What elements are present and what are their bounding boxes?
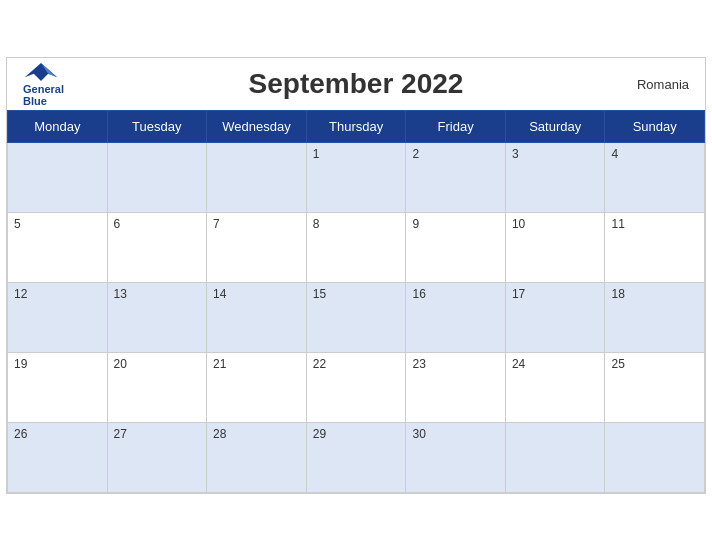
- day-number: 11: [611, 217, 624, 231]
- day-number: 29: [313, 427, 326, 441]
- day-number: 25: [611, 357, 624, 371]
- day-number: 4: [611, 147, 618, 161]
- calendar-header: General Blue September 2022 Romania: [7, 58, 705, 110]
- calendar-day-cell: 6: [107, 212, 207, 282]
- header-thursday: Thursday: [306, 110, 406, 142]
- header-monday: Monday: [8, 110, 108, 142]
- calendar-week-row: 12131415161718: [8, 282, 705, 352]
- calendar-day-cell: 12: [8, 282, 108, 352]
- calendar-day-cell: 18: [605, 282, 705, 352]
- day-number: 13: [114, 287, 127, 301]
- calendar-day-cell: 3: [505, 142, 605, 212]
- day-number: 20: [114, 357, 127, 371]
- calendar-day-cell: 13: [107, 282, 207, 352]
- calendar-day-cell: 7: [207, 212, 307, 282]
- day-number: 19: [14, 357, 27, 371]
- calendar-day-cell: 1: [306, 142, 406, 212]
- day-number: 21: [213, 357, 226, 371]
- calendar-day-cell: 25: [605, 352, 705, 422]
- calendar-day-cell: 11: [605, 212, 705, 282]
- logo: General Blue: [23, 60, 64, 106]
- header-friday: Friday: [406, 110, 505, 142]
- logo-text-general: General: [23, 82, 64, 94]
- day-number: 9: [412, 217, 419, 231]
- calendar-day-cell: 2: [406, 142, 505, 212]
- day-number: 22: [313, 357, 326, 371]
- day-number: 6: [114, 217, 121, 231]
- calendar-day-cell: 4: [605, 142, 705, 212]
- calendar-day-cell: 14: [207, 282, 307, 352]
- calendar-day-cell: 8: [306, 212, 406, 282]
- day-number: 5: [14, 217, 21, 231]
- calendar-week-row: 19202122232425: [8, 352, 705, 422]
- calendar-day-cell: [605, 422, 705, 492]
- calendar-day-cell: 27: [107, 422, 207, 492]
- header-sunday: Sunday: [605, 110, 705, 142]
- logo-text-blue: Blue: [23, 95, 47, 107]
- day-number: 17: [512, 287, 525, 301]
- calendar-day-cell: 9: [406, 212, 505, 282]
- calendar-day-cell: 26: [8, 422, 108, 492]
- calendar-day-cell: 19: [8, 352, 108, 422]
- calendar-title: September 2022: [249, 68, 464, 100]
- calendar-day-cell: 20: [107, 352, 207, 422]
- day-number: 1: [313, 147, 320, 161]
- day-number: 18: [611, 287, 624, 301]
- calendar-day-cell: 22: [306, 352, 406, 422]
- day-number: 10: [512, 217, 525, 231]
- calendar-day-cell: [207, 142, 307, 212]
- calendar-day-cell: 28: [207, 422, 307, 492]
- day-number: 24: [512, 357, 525, 371]
- calendar-week-row: 2627282930: [8, 422, 705, 492]
- calendar-day-cell: 29: [306, 422, 406, 492]
- svg-marker-0: [25, 62, 57, 80]
- day-number: 30: [412, 427, 425, 441]
- day-number: 2: [412, 147, 419, 161]
- day-number: 8: [313, 217, 320, 231]
- day-number: 14: [213, 287, 226, 301]
- day-number: 7: [213, 217, 220, 231]
- calendar-week-row: 567891011: [8, 212, 705, 282]
- calendar-day-cell: 21: [207, 352, 307, 422]
- calendar-day-cell: 15: [306, 282, 406, 352]
- header-saturday: Saturday: [505, 110, 605, 142]
- calendar-week-row: 1234: [8, 142, 705, 212]
- day-number: 26: [14, 427, 27, 441]
- calendar-day-cell: [107, 142, 207, 212]
- calendar-day-cell: 17: [505, 282, 605, 352]
- calendar-day-cell: [8, 142, 108, 212]
- header-wednesday: Wednesday: [207, 110, 307, 142]
- weekday-header-row: Monday Tuesday Wednesday Thursday Friday…: [8, 110, 705, 142]
- calendar-container: General Blue September 2022 Romania Mond…: [6, 57, 706, 494]
- day-number: 28: [213, 427, 226, 441]
- calendar-day-cell: 16: [406, 282, 505, 352]
- country-label: Romania: [637, 76, 689, 91]
- calendar-day-cell: [505, 422, 605, 492]
- calendar-day-cell: 30: [406, 422, 505, 492]
- header-tuesday: Tuesday: [107, 110, 207, 142]
- calendar-day-cell: 5: [8, 212, 108, 282]
- calendar-day-cell: 23: [406, 352, 505, 422]
- day-number: 3: [512, 147, 519, 161]
- day-number: 23: [412, 357, 425, 371]
- day-number: 16: [412, 287, 425, 301]
- day-number: 27: [114, 427, 127, 441]
- day-number: 15: [313, 287, 326, 301]
- day-number: 12: [14, 287, 27, 301]
- calendar-day-cell: 10: [505, 212, 605, 282]
- calendar-table: Monday Tuesday Wednesday Thursday Friday…: [7, 110, 705, 493]
- calendar-day-cell: 24: [505, 352, 605, 422]
